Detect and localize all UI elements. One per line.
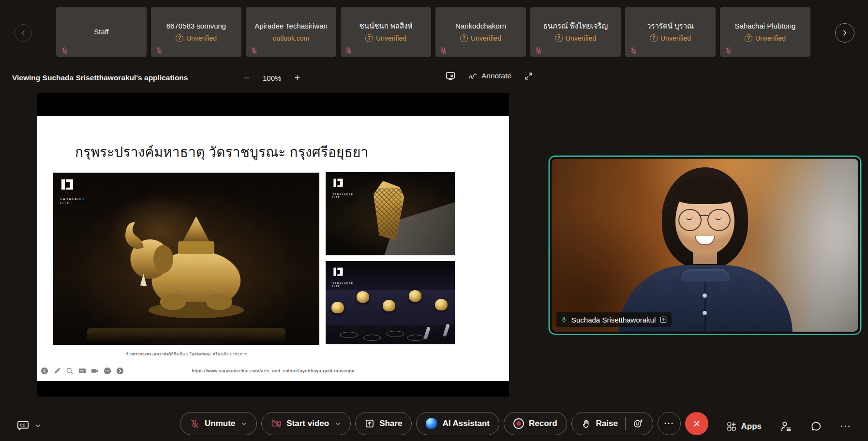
verification-status: ?Unverified bbox=[745, 34, 786, 42]
gold-crown-photo: SARAKADEELITE bbox=[326, 172, 455, 255]
mic-muted-icon bbox=[60, 47, 68, 55]
speaker-video-tile[interactable]: Suchada Srisetthaworakul bbox=[549, 156, 861, 335]
sarakadee-lite-logo: SARAKADEELITE bbox=[332, 267, 359, 288]
gold-container bbox=[331, 302, 344, 313]
viewing-status-text: Viewing Suchada Srisetthaworakul's appli… bbox=[12, 74, 188, 82]
blouse-button bbox=[703, 294, 707, 298]
share-view-tools: Annotate bbox=[445, 71, 533, 81]
participants-icon[interactable] bbox=[780, 420, 792, 432]
verification-status: ?Unverified bbox=[460, 34, 501, 42]
presenter-controls bbox=[40, 367, 124, 375]
ai-assistant-icon bbox=[426, 418, 437, 429]
participant-tile[interactable]: ชนน์ชนก พลสิงห์ ?Unverified bbox=[341, 7, 431, 57]
next-slide-icon bbox=[116, 367, 124, 375]
participant-tile[interactable]: Apiradee Techasiriwan outlook.com bbox=[246, 7, 336, 57]
captions-icon bbox=[78, 367, 87, 375]
record-button[interactable]: Record bbox=[504, 412, 567, 435]
reactions-smiley-icon[interactable] bbox=[633, 418, 644, 429]
screen-share-badge-icon bbox=[659, 316, 667, 323]
verification-status: ?Unverified bbox=[176, 34, 217, 42]
gold-ring bbox=[363, 335, 381, 341]
unverified-question-icon: ? bbox=[176, 34, 183, 42]
participant-tile[interactable]: ธนภรณ์ พึ่งไทยเจริญ ?Unverified bbox=[530, 7, 621, 57]
annotate-button[interactable]: Annotate bbox=[468, 72, 511, 81]
speaker-name-label: Suchada Srisetthaworakul bbox=[556, 312, 672, 327]
captions-bubble-icon[interactable] bbox=[16, 419, 30, 432]
ai-assistant-button[interactable]: AI Assistant bbox=[416, 412, 499, 435]
close-x-icon bbox=[692, 419, 702, 428]
zoom-out-button[interactable]: − bbox=[240, 72, 253, 84]
gold-container bbox=[357, 291, 369, 303]
share-button[interactable]: Share bbox=[355, 412, 412, 435]
photo-caption: ช้างทรงของพระมหากษัตริย์ซึ่งเป็น 1 ในสัป… bbox=[53, 351, 319, 357]
gold-container bbox=[383, 300, 395, 311]
participant-tile[interactable]: Sahachai Plubtong ?Unverified bbox=[720, 7, 810, 57]
blouse-button bbox=[703, 311, 707, 315]
unmute-button[interactable]: Unmute bbox=[180, 412, 257, 435]
participant-name: Sahachai Plubtong bbox=[735, 22, 796, 30]
strip-scroll-left-button[interactable] bbox=[15, 24, 32, 42]
unverified-question-icon: ? bbox=[555, 34, 563, 42]
zoom-in-button[interactable]: + bbox=[291, 72, 303, 84]
share-screen-icon bbox=[365, 419, 374, 428]
gold-container bbox=[435, 299, 448, 310]
unverified-question-icon: ? bbox=[745, 34, 752, 42]
raised-hand-icon bbox=[581, 419, 591, 429]
scribble-pen-icon bbox=[468, 72, 478, 81]
annotate-label: Annotate bbox=[481, 72, 511, 80]
mic-muted-icon bbox=[440, 47, 448, 55]
sarakadee-glyph-icon bbox=[332, 267, 344, 279]
mic-active-icon bbox=[561, 316, 568, 323]
participant-name: ธนภรณ์ พึ่งไทยเจริญ bbox=[543, 22, 608, 30]
verification-status: ?Unverified bbox=[555, 34, 596, 42]
mic-muted-icon bbox=[535, 47, 542, 55]
divider bbox=[625, 417, 626, 430]
captions-chevron-icon[interactable] bbox=[34, 422, 42, 429]
chevron-down-icon[interactable] bbox=[241, 421, 247, 427]
shared-screen-area: กรุพระปรางค์มหาธาตุ วัดราชบูรณะ กรุงศรีอ… bbox=[37, 93, 509, 397]
fullscreen-button[interactable] bbox=[524, 72, 533, 81]
raise-hand-button[interactable]: Raise bbox=[571, 412, 653, 435]
blouse-placket bbox=[704, 281, 706, 332]
leave-meeting-button[interactable] bbox=[685, 412, 708, 435]
apps-button[interactable]: Apps bbox=[726, 421, 762, 432]
chevron-down-icon[interactable] bbox=[335, 421, 341, 427]
call-controls: Unmute Start video Share AI Assistant Re… bbox=[180, 412, 708, 435]
sarakadee-glyph-icon bbox=[60, 178, 75, 193]
verification-status: ?Unverified bbox=[650, 34, 691, 42]
participant-tile[interactable]: Staff bbox=[56, 7, 147, 57]
unverified-question-icon: ? bbox=[365, 34, 373, 42]
gold-ring bbox=[340, 332, 358, 338]
participant-tile[interactable]: Nankodchakorn ?Unverified bbox=[435, 7, 526, 57]
gold-ring bbox=[407, 335, 424, 341]
zoom-level[interactable]: 100% bbox=[263, 74, 281, 82]
gold-containers-photo: SARAKADEELITE bbox=[326, 261, 455, 344]
captions-control bbox=[16, 419, 42, 432]
more-options-button[interactable]: ··· bbox=[658, 412, 681, 435]
participant-tile[interactable]: วรารัตน์ บุราณ ?Unverified bbox=[625, 7, 716, 57]
participant-name: ชนน์ชนก พลสิงห์ bbox=[359, 22, 413, 30]
participant-name: Apiradee Techasiriwan bbox=[254, 22, 328, 30]
unverified-question-icon: ? bbox=[650, 34, 658, 42]
slide-title: กรุพระปรางค์มหาธาตุ วัดราชบูรณะ กรุงศรีอ… bbox=[75, 141, 368, 162]
gold-elephant-photo: SARAKADEELITE bbox=[53, 173, 319, 345]
camera-off-icon bbox=[271, 418, 282, 429]
glasses-left-lens bbox=[678, 209, 702, 231]
participant-name: 6670583 somvung bbox=[166, 22, 226, 30]
camera-icon bbox=[90, 367, 99, 375]
glasses-bridge bbox=[699, 215, 708, 216]
record-icon bbox=[513, 418, 524, 429]
start-video-button[interactable]: Start video bbox=[261, 412, 351, 435]
monitor-icon bbox=[445, 71, 456, 81]
mic-muted-icon bbox=[345, 47, 353, 55]
verification-status: ?Unverified bbox=[365, 34, 406, 42]
overflow-menu-button[interactable]: ··· bbox=[840, 422, 852, 431]
mic-muted-icon bbox=[155, 47, 163, 55]
view-options-button[interactable] bbox=[445, 71, 456, 81]
strip-scroll-right-button[interactable] bbox=[835, 23, 854, 43]
pen-icon bbox=[53, 367, 61, 375]
gold-elephant-statue bbox=[104, 196, 269, 332]
chat-icon[interactable] bbox=[810, 421, 822, 432]
participant-name: วรารัตน์ บุราณ bbox=[647, 22, 694, 30]
participant-tile[interactable]: 6670583 somvung ?Unverified bbox=[151, 7, 241, 57]
